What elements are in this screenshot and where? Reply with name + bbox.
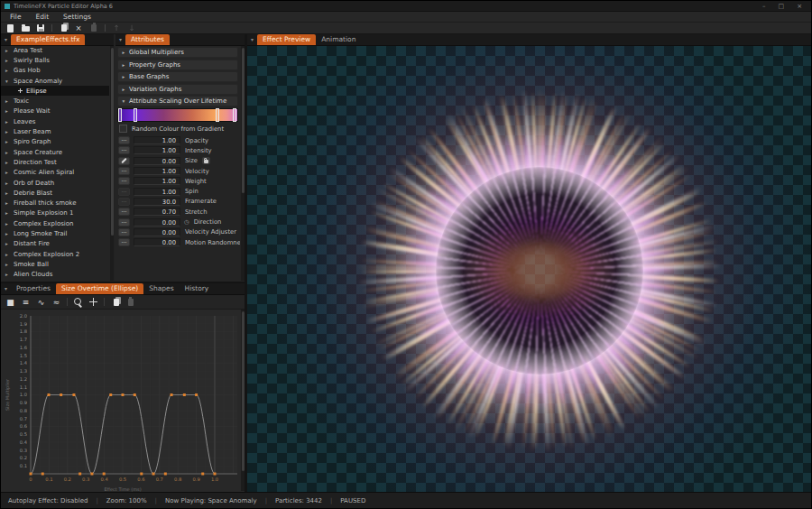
graph-edit-button[interactable]: … <box>118 188 130 196</box>
effect-tree-item[interactable]: ▸ Debrie Blast <box>1 188 109 198</box>
tree-arrow-icon[interactable]: ▸ <box>5 160 14 165</box>
effect-tree-item[interactable]: ▸ Gas Hob <box>1 66 109 76</box>
graph-edit-button[interactable]: … <box>118 198 130 206</box>
gradient-handle[interactable] <box>216 108 219 122</box>
library-tab[interactable]: ExampleEffects.tfx <box>11 34 85 45</box>
effect-tree-item[interactable]: ▸ Distant Fire <box>1 239 109 249</box>
attribute-section-header[interactable]: ▸ Variation Graphs <box>117 84 238 95</box>
preview-tab[interactable]: Animation <box>316 34 361 45</box>
preview-tab[interactable]: Effect Preview <box>257 34 316 45</box>
effect-tree-item[interactable]: ▸ Area Test <box>1 45 109 55</box>
value-field[interactable]: 0.00 <box>134 218 180 227</box>
size-overtime-graph[interactable]: 0.10.20.30.40.50.60.70.80.91.01.11.21.31… <box>1 310 245 492</box>
effect-tree-item[interactable]: ▸ Complex Explosion <box>1 218 109 228</box>
copy-icon[interactable] <box>59 23 68 32</box>
tree-arrow-icon[interactable]: ▾ <box>5 79 14 84</box>
value-field[interactable]: 0.00 <box>134 238 180 246</box>
graph-edit-button[interactable]: … <box>118 146 130 154</box>
graph-scrollbar[interactable] <box>241 310 245 491</box>
move-down-icon[interactable]: ↓ <box>127 23 136 32</box>
effect-tree-item[interactable]: ▸ Space Creature <box>1 147 109 157</box>
effect-tree-item[interactable]: ▸ Laser Beam <box>1 126 109 136</box>
effect-tree-item[interactable]: ▸ Alien Clouds <box>1 270 109 280</box>
effect-tree-item[interactable]: ▸ Spiro Graph <box>1 137 109 147</box>
gradient-handle[interactable] <box>134 108 137 122</box>
tree-arrow-icon[interactable]: ▸ <box>5 272 14 277</box>
effect-tree-item[interactable]: ▾ Space Anomaly <box>1 76 109 86</box>
effect-tree-item[interactable]: ▸ Orb of Death <box>1 178 109 188</box>
tree-arrow-icon[interactable]: ▸ <box>5 180 14 186</box>
colour-gradient-bar[interactable] <box>117 108 238 122</box>
tree-arrow-icon[interactable]: ▸ <box>5 221 14 227</box>
solid-square-icon[interactable]: ■ <box>5 297 15 308</box>
sine-wave-icon[interactable]: ∿ <box>36 297 46 308</box>
save-icon[interactable] <box>36 23 45 32</box>
line-list-icon[interactable]: ≡ <box>21 297 31 308</box>
tree-arrow-icon[interactable]: ▸ <box>5 150 14 155</box>
tree-arrow-icon[interactable]: ▸ <box>5 58 14 63</box>
attributes-tab[interactable]: Attributes <box>125 34 170 45</box>
effect-tree-item[interactable]: ▸ Direction Test <box>1 157 109 167</box>
graph-edit-button[interactable]: … <box>118 238 130 246</box>
effect-tree-item[interactable]: ▸ Cosmic Alien Spiral <box>1 168 109 178</box>
panel-collapse-icon[interactable]: ▾ <box>247 34 257 45</box>
gradient-handle[interactable] <box>233 108 236 122</box>
tree-arrow-icon[interactable]: ▸ <box>5 48 14 53</box>
effect-tree-item[interactable]: ▸ Please Wait <box>1 106 109 116</box>
graph-edit-button[interactable]: … <box>118 136 130 144</box>
tree-arrow-icon[interactable]: ▸ <box>5 129 14 134</box>
tree-arrow-icon[interactable]: ▸ <box>5 200 14 206</box>
tree-arrow-icon[interactable]: ▸ <box>5 139 14 144</box>
effect-tree-item[interactable]: ▸ Simple Explosion 1 <box>1 208 109 218</box>
overlay-wave-icon[interactable]: ≈ <box>51 297 61 308</box>
tree-arrow-icon[interactable]: ▸ <box>5 252 14 257</box>
effect-tree-item[interactable]: Ellipse <box>1 86 109 96</box>
graph-edit-button[interactable]: … <box>118 167 130 175</box>
graph-edit-button[interactable] <box>118 157 130 165</box>
tree-scrollbar[interactable] <box>110 46 114 281</box>
effect-tree-item[interactable]: ▸ Toxic <box>1 96 109 106</box>
new-file-icon[interactable] <box>5 23 14 32</box>
tree-arrow-icon[interactable]: ▸ <box>5 241 14 246</box>
tree-arrow-icon[interactable]: ▸ <box>5 108 14 114</box>
paste-graph-icon[interactable] <box>125 297 135 308</box>
panel-collapse-icon[interactable]: ▾ <box>115 34 125 45</box>
tree-arrow-icon[interactable]: ▸ <box>5 231 14 236</box>
panel-collapse-icon[interactable]: ▾ <box>1 34 11 45</box>
value-field[interactable]: 30.0 <box>134 198 180 206</box>
effect-tree-item[interactable]: ▸ Smoke Ball <box>1 259 109 269</box>
tree-arrow-icon[interactable]: ▸ <box>5 98 14 104</box>
move-up-icon[interactable]: ↑ <box>112 23 121 32</box>
graph-edit-button[interactable]: … <box>118 177 130 185</box>
graph-tab[interactable]: History <box>180 283 215 294</box>
copy-graph-icon[interactable] <box>110 297 120 308</box>
effect-tree-item[interactable]: ▸ Complex Explosion 2 <box>1 249 109 259</box>
attribute-section-header[interactable]: ▸ Base Graphs <box>117 71 238 82</box>
tree-arrow-icon[interactable]: ▸ <box>5 119 14 125</box>
value-field[interactable]: 1.00 <box>134 177 180 185</box>
value-field[interactable]: 0.00 <box>134 228 180 236</box>
value-field[interactable]: 1.00 <box>134 188 180 196</box>
delete-icon[interactable]: × <box>74 23 83 32</box>
effect-tree-item[interactable]: ▸ Leaves <box>1 116 109 126</box>
value-field[interactable]: 0.70 <box>134 208 180 216</box>
value-field[interactable]: 1.00 <box>134 136 180 144</box>
graph-edit-button[interactable]: … <box>118 208 130 216</box>
value-field[interactable]: 1.00 <box>134 167 180 175</box>
effect-tree-item[interactable]: ▸ Fireball thick smoke <box>1 198 109 208</box>
graph-edit-button[interactable]: … <box>118 228 130 236</box>
tree-arrow-icon[interactable]: ▸ <box>5 68 14 73</box>
random-colour-checkbox[interactable] <box>119 125 127 133</box>
menu-item[interactable]: Settings <box>56 12 98 22</box>
preview-viewport[interactable] <box>247 46 811 492</box>
pan-icon[interactable] <box>88 297 98 308</box>
tree-arrow-icon[interactable]: ▸ <box>5 190 14 196</box>
value-field[interactable]: 0.00 <box>134 157 180 165</box>
effect-tree-item[interactable]: ▸ Swirly Balls <box>1 55 109 65</box>
minimize-button[interactable]: – <box>762 2 766 11</box>
close-button[interactable]: × <box>797 2 802 11</box>
value-field[interactable]: 1.00 <box>134 146 180 154</box>
effect-tree-item[interactable]: ▸ Long Smoke Trail <box>1 228 109 238</box>
lock-icon[interactable] <box>202 157 210 164</box>
tree-arrow-icon[interactable]: ▸ <box>5 170 14 175</box>
